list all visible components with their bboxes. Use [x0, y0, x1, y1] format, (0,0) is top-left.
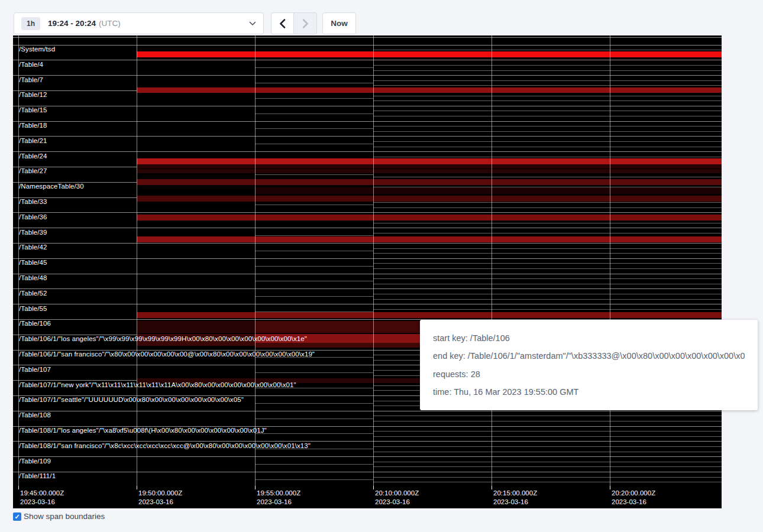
time-range-selector[interactable]: 1h 19:24 - 20:24 (UTC) — [14, 12, 264, 34]
now-button-label: Now — [331, 19, 348, 28]
column-boundary-line — [492, 35, 492, 486]
heatmap-band — [137, 158, 722, 164]
span-boundary-subline — [373, 65, 722, 66]
span-boundary-line — [13, 411, 722, 411]
span-tooltip: start key: /Table/106 end key: /Table/10… — [420, 320, 758, 410]
span-boundary-subline — [373, 416, 722, 416]
heatmap-band — [137, 312, 722, 318]
span-boundary-subline — [255, 98, 373, 99]
row-label: /Table/106/1/"san francisco"/"\x80\x00\x… — [19, 351, 315, 358]
time-axis: 19:45:00.000Z2023-03-1619:50:00.000Z2023… — [13, 486, 722, 508]
span-boundary-line — [13, 288, 722, 289]
time-nav-buttons — [271, 12, 317, 34]
axis-tick — [255, 486, 256, 489]
row-label: /Table/42 — [19, 244, 47, 251]
time-range-zone: (UTC) — [99, 19, 121, 28]
span-boundary-line — [13, 228, 722, 228]
span-boundary-line — [13, 151, 722, 152]
span-boundary-line — [13, 258, 722, 259]
span-boundary-line — [13, 121, 722, 122]
chevron-down-icon — [249, 21, 256, 26]
axis-time-label: 19:45:00.000Z2023-03-16 — [20, 489, 64, 506]
tooltip-start-key: start key: /Table/106 — [433, 333, 745, 343]
span-boundary-subline — [373, 309, 722, 310]
heatmap-band — [137, 236, 722, 242]
span-boundary-subline — [373, 147, 722, 147]
heatmap-band — [137, 51, 722, 57]
key-visualizer-canvas[interactable]: /System/tsd/Table/4/Table/7/Table/12/Tab… — [13, 35, 722, 508]
row-label: /Table/48 — [19, 274, 47, 282]
row-label: /Table/106 — [19, 320, 51, 327]
span-boundary-subline — [255, 464, 373, 465]
heatmap-band — [137, 164, 722, 168]
span-boundary-subline — [255, 113, 373, 114]
span-boundary-subline — [373, 157, 722, 157]
tooltip-time: time: Thu, 16 Mar 2023 19:55:00 GMT — [433, 387, 745, 397]
span-boundary-line — [13, 304, 722, 304]
span-boundary-subline — [255, 419, 373, 419]
span-boundary-subline — [373, 100, 722, 101]
row-label: /Table/55 — [19, 305, 47, 313]
show-span-boundaries-label: Show span boundaries — [24, 512, 105, 521]
row-label: /System/tsd — [19, 46, 55, 53]
next-range-button[interactable] — [294, 12, 317, 34]
row-label: /Table/107/1/"new york"/"\x11\x11\x11\x1… — [19, 381, 296, 389]
span-boundary-subline — [373, 436, 722, 437]
span-boundary-line — [13, 456, 722, 457]
axis-time-label: 19:55:00.000Z2023-03-16 — [257, 489, 300, 506]
span-boundary-line — [13, 472, 722, 472]
axis-time-label: 19:50:00.000Z2023-03-16 — [138, 489, 182, 506]
span-boundary-subline — [373, 131, 722, 132]
span-boundary-subline — [373, 141, 722, 142]
span-boundary-subline — [373, 431, 722, 432]
span-boundary-line — [13, 136, 722, 137]
tooltip-end-key: end key: /Table/106/1/"amsterdam"/"\xb33… — [433, 351, 745, 361]
heatmap-band — [137, 169, 722, 173]
axis-time-label: 20:20:00.000Z2023-03-16 — [612, 489, 655, 506]
chevron-left-icon — [279, 19, 286, 28]
heatmap-band — [137, 196, 722, 202]
span-boundary-subline — [373, 233, 722, 233]
heatmap-band — [137, 321, 255, 333]
row-label: /NamespaceTable/30 — [19, 183, 84, 190]
span-boundary-subline — [373, 85, 722, 86]
span-boundary-subline — [373, 253, 722, 254]
span-boundary-subline — [373, 482, 722, 482]
axis-tick — [137, 486, 137, 489]
span-boundary-subline — [255, 479, 373, 480]
now-button[interactable]: Now — [322, 12, 356, 34]
previous-range-button[interactable] — [271, 12, 294, 34]
heatmap-band — [137, 179, 722, 185]
row-label: /Table/45 — [19, 259, 47, 267]
heatmap-area: /System/tsd/Table/4/Table/7/Table/12/Tab… — [13, 35, 722, 486]
span-boundary-subline — [373, 116, 722, 116]
axis-time-label: 20:10:00.000Z2023-03-16 — [375, 489, 419, 506]
span-boundary-subline — [373, 70, 722, 71]
row-label: /Table/106/1/"los angeles"/"\x99\x99\x99… — [19, 335, 307, 343]
show-span-boundaries-checkbox[interactable]: ✓ — [13, 512, 21, 521]
row-label: /Table/12 — [19, 91, 47, 99]
span-boundary-subline — [373, 462, 722, 462]
tooltip-requests: requests: 28 — [433, 369, 745, 379]
span-boundary-subline — [373, 299, 722, 300]
span-boundary-subline — [255, 266, 373, 267]
span-boundary-line — [13, 37, 722, 38]
row-label: /Table/111/1 — [19, 472, 56, 480]
row-label: /Table/108/1/"san francisco"/"\x8c\xcc\x… — [19, 442, 311, 450]
row-label: /Table/33 — [19, 198, 47, 206]
span-boundary-subline — [255, 251, 373, 251]
span-boundary-subline — [373, 111, 722, 111]
heatmap-band — [255, 187, 722, 194]
row-label: /Table/109 — [19, 458, 51, 465]
span-boundary-subline — [373, 177, 722, 177]
column-boundary-line — [610, 35, 610, 486]
axis-tick — [373, 486, 374, 489]
span-boundary-subline — [255, 403, 373, 404]
row-label: /Table/107/1/"seattle"/"UUUUUUD\x00\x80\… — [19, 396, 244, 404]
row-label: /Table/36 — [19, 213, 47, 221]
key-visualizer-page: 1h 19:24 - 20:24 (UTC) Now /System/tsd/T… — [0, 0, 763, 532]
span-boundary-line — [13, 60, 722, 60]
span-boundary-subline — [255, 144, 373, 144]
row-label: /Table/4 — [19, 61, 43, 69]
span-boundary-subline — [373, 278, 722, 279]
